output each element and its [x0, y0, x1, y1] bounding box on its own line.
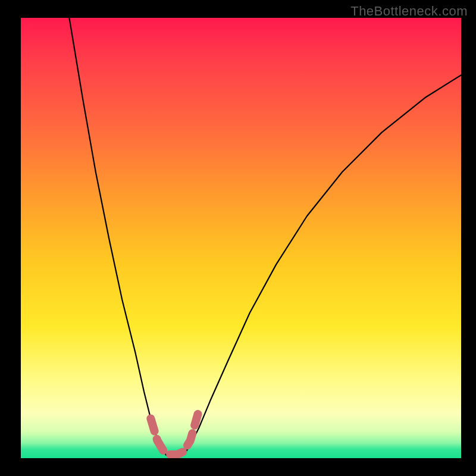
right-branch [184, 75, 461, 455]
plot-area [21, 18, 461, 458]
highlight-segment [151, 414, 198, 455]
left-branch [69, 18, 166, 455]
curves-layer [21, 18, 461, 458]
watermark-text: TheBottleneck.com [350, 4, 468, 19]
chart-container: TheBottleneck.com [0, 0, 476, 476]
